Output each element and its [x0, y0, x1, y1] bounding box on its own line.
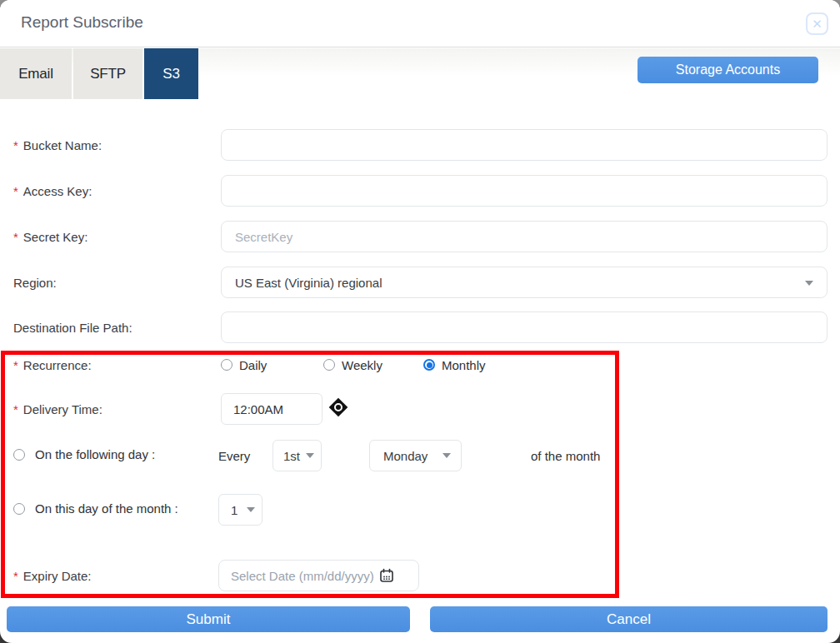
required-asterisk: *	[13, 569, 18, 583]
delivery-time-input[interactable]	[221, 393, 322, 425]
bucket-name-label: * Bucket Name:	[13, 129, 102, 161]
recurrence-option-monthly[interactable]: Monthly	[423, 356, 486, 373]
radio-following-day[interactable]	[13, 449, 25, 461]
weekday-select[interactable]: Monday	[369, 440, 462, 471]
secret-key-input[interactable]	[221, 221, 828, 252]
ordinal-select[interactable]: 1st	[272, 440, 322, 471]
access-key-input[interactable]	[221, 175, 828, 207]
radio-monthly[interactable]	[423, 359, 435, 371]
submit-button[interactable]: Submit	[7, 606, 410, 632]
recurrence-option-weekly[interactable]: Weekly	[323, 356, 382, 373]
radio-day-of-month[interactable]	[13, 503, 25, 515]
every-label: Every	[218, 449, 250, 463]
required-asterisk: *	[13, 402, 18, 416]
day-select[interactable]: 1	[218, 494, 262, 526]
close-icon[interactable]: ✕	[806, 12, 828, 35]
day-of-month-label: On this day of the month :	[35, 501, 178, 516]
region-selected-value: US East (Virginia) regional	[235, 276, 382, 290]
destination-file-path-input[interactable]	[221, 312, 828, 343]
chevron-down-icon	[442, 453, 451, 458]
storage-accounts-button[interactable]: Storage Accounts	[638, 57, 818, 83]
following-day-label: On the following day :	[35, 447, 155, 461]
time-picker-icon[interactable]	[329, 398, 348, 416]
region-label: Region:	[13, 267, 57, 298]
dialog-header: Report Subscribe ✕	[0, 0, 840, 47]
day-of-month-option[interactable]: On this day of the month :	[13, 501, 178, 516]
chevron-down-icon	[805, 281, 813, 286]
expiry-date-field[interactable]: Select Date (mm/dd/yyyy)	[218, 560, 419, 591]
destination-file-path-label: Destination File Path:	[13, 312, 132, 343]
dialog-title: Report Subscribe	[21, 13, 143, 32]
report-subscribe-dialog: Report Subscribe ✕ Email SFTP S3 Storage…	[0, 0, 840, 643]
bucket-name-input[interactable]	[221, 129, 828, 161]
cancel-button[interactable]: Cancel	[430, 606, 828, 632]
chevron-down-icon	[247, 507, 255, 512]
tab-sftp[interactable]: SFTP	[73, 48, 142, 99]
required-asterisk: *	[13, 230, 18, 244]
tab-strip: Email SFTP S3 Storage Accounts	[0, 48, 840, 99]
secret-key-label: * Secret Key:	[13, 221, 88, 252]
delivery-time-label: * Delivery Time:	[13, 393, 102, 425]
calendar-icon	[379, 568, 394, 583]
radio-weekly[interactable]	[323, 359, 335, 371]
required-asterisk: *	[13, 358, 18, 372]
required-asterisk: *	[13, 138, 18, 152]
following-day-option[interactable]: On the following day :	[13, 447, 155, 461]
expiry-date-label: * Expiry Date:	[13, 560, 92, 591]
access-key-label: * Access Key:	[13, 175, 92, 207]
recurrence-option-daily[interactable]: Daily	[221, 356, 267, 373]
expiry-date-placeholder: Select Date (mm/dd/yyyy)	[231, 569, 374, 583]
tab-email[interactable]: Email	[0, 48, 72, 99]
region-select[interactable]: US East (Virginia) regional	[221, 267, 828, 298]
radio-daily[interactable]	[221, 359, 232, 371]
tab-s3[interactable]: S3	[144, 48, 198, 99]
of-the-month-label: of the month	[531, 449, 600, 463]
required-asterisk: *	[13, 184, 18, 198]
chevron-down-icon	[306, 453, 314, 458]
recurrence-label: * Recurrence:	[13, 349, 92, 381]
